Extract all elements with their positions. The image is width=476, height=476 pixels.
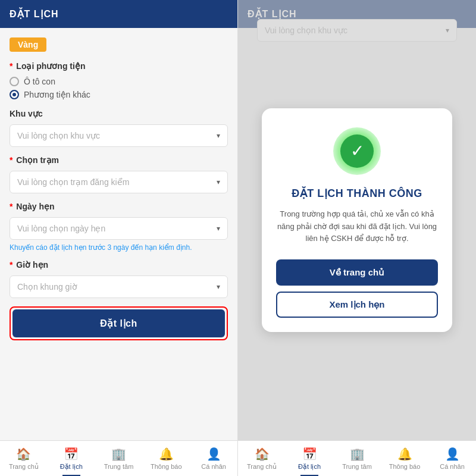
right-nav-trang-chu[interactable]: 🏠 Trang chủ (238, 441, 286, 476)
station-dropdown[interactable]: Vui lòng chọn trạm đăng kiểm ▾ (10, 171, 228, 193)
submit-btn-wrapper: Đặt lịch (10, 306, 228, 340)
right-building-icon: 🏢 (350, 447, 365, 461)
right-home-icon: 🏠 (255, 447, 270, 461)
right-person-icon: 👤 (445, 447, 460, 461)
left-nav-ca-nhan[interactable]: 👤 Cá nhân (190, 441, 237, 476)
modal-overlay: ✓ ĐẶT LỊCH THÀNH CÔNG Trong trường hợp q… (238, 0, 476, 440)
left-bottom-nav: 🏠 Trang chủ 📅 Đặt lịch 🏢 Trung tâm 🔔 Thô… (0, 440, 237, 476)
station-placeholder: Vui lòng chọn trạm đăng kiểm (17, 177, 129, 187)
time-section: * Giờ hẹn Chọn khung giờ ▾ (10, 260, 228, 298)
date-label: * Ngày hẹn (10, 202, 228, 211)
submit-dat-lich-button[interactable]: Đặt lịch (12, 309, 225, 337)
modal-description: Trong trường hợp quá tải, chủ xe vẫn có … (276, 208, 438, 245)
building-icon: 🏢 (111, 447, 126, 461)
area-label: Khu vực (10, 109, 228, 118)
time-placeholder: Chọn khung giờ (17, 282, 77, 292)
calendar-icon: 📅 (64, 447, 79, 461)
home-icon: 🏠 (16, 447, 31, 461)
radio-phuong-tien-khac[interactable]: Phương tiện khác (10, 90, 228, 99)
left-header: ĐẶT LỊCH (0, 0, 237, 28)
station-label: * Chọn trạm (10, 155, 228, 165)
right-nav-ca-nhan[interactable]: 👤 Cá nhân (428, 441, 476, 476)
left-nav-trang-chu[interactable]: 🏠 Trang chủ (0, 441, 48, 476)
station-chevron-icon: ▾ (217, 178, 220, 186)
left-nav-dat-lich[interactable]: 📅 Đặt lịch (48, 441, 95, 476)
left-nav-thong-bao[interactable]: 🔔 Thông báo (142, 441, 190, 476)
area-chevron-icon: ▾ (217, 131, 220, 140)
date-placeholder: Vui lòng chọn ngày hẹn (17, 224, 105, 233)
area-dropdown[interactable]: Vui lòng chọn khu vực ▾ (10, 124, 228, 147)
advice-text: Khuyến cáo đặt lịch hẹn trước 3 ngày đến… (10, 243, 228, 252)
radio-oto-con[interactable]: Ô tô con (10, 77, 228, 86)
left-nav-trung-tam[interactable]: 🏢 Trung tâm (95, 441, 143, 476)
vang-badge: Vàng (10, 37, 46, 52)
success-icon-wrapper: ✓ (333, 127, 381, 175)
success-modal: ✓ ĐẶT LỊCH THÀNH CÔNG Trong trường hợp q… (262, 108, 452, 332)
time-dropdown[interactable]: Chọn khung giờ ▾ (10, 275, 228, 298)
date-dropdown[interactable]: Vui lòng chọn ngày hẹn ▾ (10, 217, 228, 240)
radio-circle-other (10, 90, 19, 99)
station-section: * Chọn trạm Vui lòng chọn trạm đăng kiểm… (10, 155, 228, 193)
success-checkmark-icon: ✓ (340, 134, 374, 168)
vehicle-type-label: * Loại phương tiện (10, 61, 228, 71)
radio-circle-oto (10, 77, 19, 86)
right-nav-dat-lich[interactable]: 📅 Đặt lịch (286, 441, 333, 476)
date-chevron-icon: ▾ (217, 224, 220, 233)
modal-title: ĐẶT LỊCH THÀNH CÔNG (292, 187, 422, 200)
right-bottom-nav: 🏠 Trang chủ 📅 Đặt lịch 🏢 Trung tâm 🔔 Thô… (238, 440, 476, 476)
date-section: * Ngày hẹn Vui lòng chọn ngày hẹn ▾ Khuy… (10, 202, 228, 252)
bell-icon: 🔔 (159, 447, 174, 461)
right-calendar-icon: 📅 (302, 447, 317, 461)
right-bell-icon: 🔔 (397, 447, 412, 461)
vehicle-radio-group: Ô tô con Phương tiện khác (10, 77, 228, 99)
time-label: * Giờ hẹn (10, 260, 228, 270)
left-header-title: ĐẶT LỊCH (10, 9, 59, 19)
right-nav-thong-bao[interactable]: 🔔 Thông báo (381, 441, 428, 476)
right-nav-trung-tam[interactable]: 🏢 Trung tâm (333, 441, 381, 476)
right-phone-panel: ĐẶT LỊCH Vui lòng chọn khu vực ▾ ✓ ĐẶT L… (238, 0, 476, 476)
home-button[interactable]: Về trang chủ (276, 259, 438, 286)
area-section: Khu vực Vui lòng chọn khu vực ▾ (10, 109, 228, 147)
time-chevron-icon: ▾ (217, 283, 220, 291)
left-phone-panel: ĐẶT LỊCH Vàng * Loại phương tiện Ô tô co… (0, 0, 238, 476)
left-content: Vàng * Loại phương tiện Ô tô con Phương … (0, 28, 237, 440)
vehicle-type-section: * Loại phương tiện Ô tô con Phương tiện … (10, 61, 228, 99)
area-placeholder: Vui lòng chọn khu vực (17, 131, 100, 140)
view-schedule-button[interactable]: Xem lịch hẹn (276, 292, 438, 318)
person-icon: 👤 (206, 447, 221, 461)
